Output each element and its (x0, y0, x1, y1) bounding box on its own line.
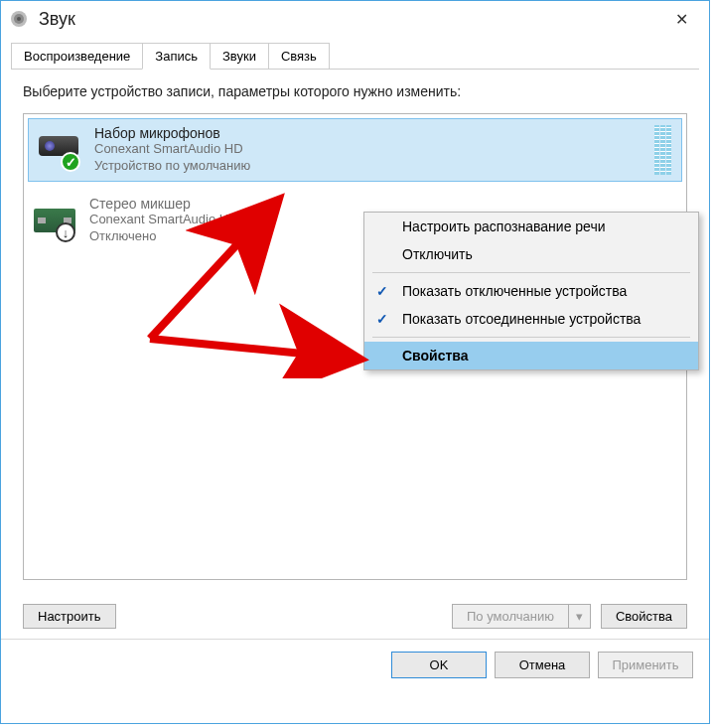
default-check-icon: ✓ (61, 152, 80, 172)
instruction-text: Выберите устройство записи, параметры ко… (23, 83, 687, 99)
menu-show-disconnected[interactable]: ✓ Показать отсоединенные устройства (364, 305, 698, 333)
svg-point-2 (17, 17, 21, 21)
device-name: Стерео микшер (89, 196, 238, 212)
check-icon: ✓ (376, 311, 388, 327)
menu-show-disabled[interactable]: ✓ Показать отключенные устройства (364, 277, 698, 305)
tab-communications[interactable]: Связь (268, 43, 330, 70)
dialog-buttons: OK Отмена Применить (1, 640, 709, 692)
tabstrip: Воспроизведение Запись Звуки Связь (1, 37, 709, 70)
ok-button[interactable]: OK (391, 652, 487, 678)
menu-separator (372, 337, 690, 338)
device-status: Отключено (89, 228, 238, 245)
device-driver: Conexant SmartAudio HD (89, 212, 238, 228)
menu-speech-recognition[interactable]: Настроить распознавание речи (364, 213, 698, 240)
sound-dialog: Звук ✕ Воспроизведение Запись Звуки Связ… (0, 0, 710, 724)
tab-playback[interactable]: Воспроизведение (11, 43, 143, 70)
check-icon: ✓ (376, 283, 388, 299)
properties-button[interactable]: Свойства (601, 604, 687, 629)
close-icon[interactable]: ✕ (661, 4, 701, 34)
webcam-icon: ✓ (37, 130, 84, 170)
set-default-dropdown[interactable]: ▾ (569, 604, 591, 629)
configure-button[interactable]: Настроить (23, 604, 116, 629)
apply-button[interactable]: Применить (598, 652, 693, 678)
sound-icon (9, 9, 29, 29)
soundcard-icon: ↓ (32, 201, 79, 240)
tab-recording[interactable]: Запись (142, 43, 211, 70)
context-menu: Настроить распознавание речи Отключить ✓… (363, 212, 699, 370)
titlebar[interactable]: Звук ✕ (1, 1, 709, 37)
bottom-row: Настроить По умолчанию ▾ Свойства (1, 590, 709, 635)
device-status: Устройство по умолчанию (94, 158, 250, 175)
menu-properties[interactable]: Свойства (364, 342, 698, 369)
menu-separator (372, 272, 690, 273)
tab-sounds[interactable]: Звуки (210, 43, 269, 70)
window-title: Звук (39, 9, 661, 30)
device-name: Набор микрофонов (94, 125, 250, 141)
cancel-button[interactable]: Отмена (495, 652, 590, 678)
set-default-button[interactable]: По умолчанию (452, 604, 569, 629)
device-driver: Conexant SmartAudio HD (94, 141, 250, 158)
device-item-microphone-array[interactable]: ✓ Набор микрофонов Conexant SmartAudio H… (28, 118, 682, 182)
disabled-down-icon: ↓ (56, 222, 75, 242)
menu-disable[interactable]: Отключить (364, 240, 698, 268)
chevron-down-icon: ▾ (576, 609, 583, 624)
level-meter (654, 125, 671, 175)
